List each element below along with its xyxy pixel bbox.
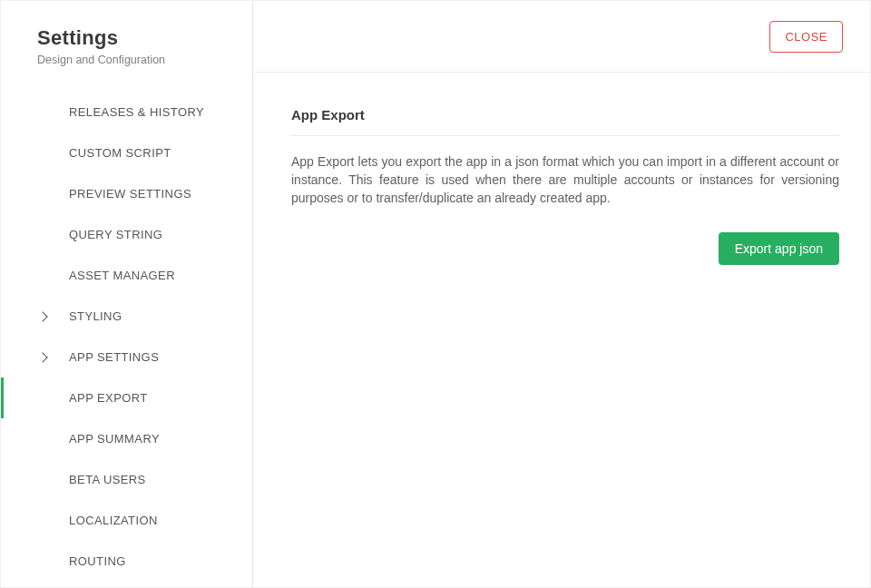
sidebar-item-releases-history[interactable]: RELEASES & HISTORY — [1, 92, 252, 132]
sidebar-item-app-settings[interactable]: APP SETTINGS — [1, 337, 252, 377]
main-panel: CLOSE App Export App Export lets you exp… — [253, 1, 870, 587]
sidebar-title: Settings — [37, 26, 252, 50]
section-description: App Export lets you export the app in a … — [291, 152, 839, 207]
sidebar-item-beta-users[interactable]: BETA USERS — [1, 459, 252, 500]
close-button[interactable]: CLOSE — [769, 21, 843, 53]
sidebar-header: Settings Design and Configuration — [1, 26, 252, 66]
sidebar-item-asset-manager[interactable]: ASSET MANAGER — [1, 255, 252, 296]
chevron-right-icon — [37, 352, 47, 362]
sidebar-item-label: QUERY STRING — [69, 228, 162, 241]
sidebar-item-label: APP SUMMARY — [69, 432, 160, 446]
settings-sidebar: Settings Design and Configuration RELEAS… — [1, 1, 253, 587]
section-title: App Export — [291, 107, 839, 136]
sidebar-item-label: ASSET MANAGER — [69, 269, 175, 282]
sidebar-item-query-string[interactable]: QUERY STRING — [1, 214, 252, 255]
sidebar-item-label: BETA USERS — [69, 473, 146, 486]
sidebar-item-custom-script[interactable]: CUSTOM SCRIPT — [1, 132, 252, 173]
sidebar-item-label: APP SETTINGS — [69, 350, 159, 364]
sidebar-item-preview-settings[interactable]: PREVIEW SETTINGS — [1, 173, 252, 214]
app-window: Settings Design and Configuration RELEAS… — [0, 0, 871, 588]
sidebar-item-localization[interactable]: LOCALIZATION — [1, 500, 252, 541]
sidebar-item-label: RELEASES & HISTORY — [69, 105, 204, 119]
chevron-right-icon — [37, 311, 47, 321]
sidebar-item-label: PREVIEW SETTINGS — [69, 187, 191, 201]
sidebar-item-label: LOCALIZATION — [69, 514, 158, 527]
content-area: App Export App Export lets you export th… — [253, 73, 870, 265]
sidebar-item-label: APP EXPORT — [69, 391, 148, 405]
sidebar-item-label: STYLING — [69, 309, 122, 323]
sidebar-subtitle: Design and Configuration — [37, 54, 252, 66]
action-row: Export app json — [291, 232, 839, 265]
sidebar-item-label: ROUTING — [69, 554, 126, 568]
sidebar-item-app-export[interactable]: APP EXPORT — [1, 377, 252, 418]
export-app-json-button[interactable]: Export app json — [719, 232, 839, 265]
sidebar-item-routing[interactable]: ROUTING — [1, 541, 252, 582]
sidebar-item-app-summary[interactable]: APP SUMMARY — [1, 418, 252, 459]
sidebar-nav: RELEASES & HISTORYCUSTOM SCRIPTPREVIEW S… — [1, 92, 252, 582]
sidebar-item-label: CUSTOM SCRIPT — [69, 146, 171, 160]
topbar: CLOSE — [253, 1, 870, 73]
sidebar-item-styling[interactable]: STYLING — [1, 296, 252, 337]
